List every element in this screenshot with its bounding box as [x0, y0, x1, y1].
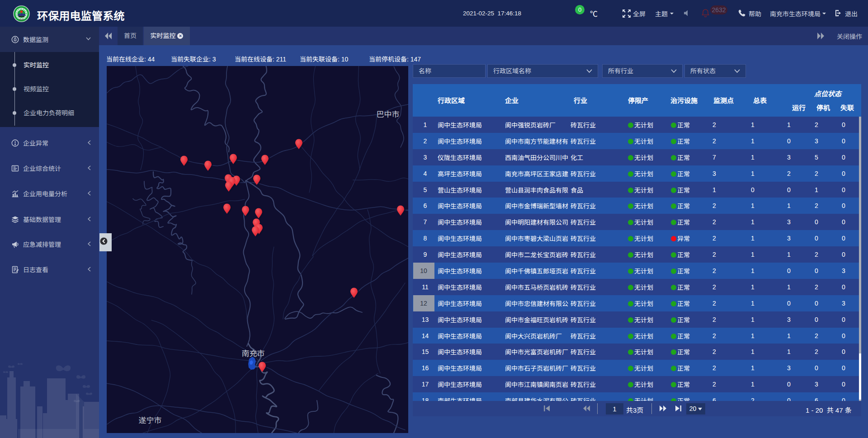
svg-text:南充市: 南充市	[242, 347, 265, 358]
svg-text:遂宁市: 遂宁市	[139, 414, 162, 425]
svg-text:巴中市: 巴中市	[377, 108, 400, 119]
